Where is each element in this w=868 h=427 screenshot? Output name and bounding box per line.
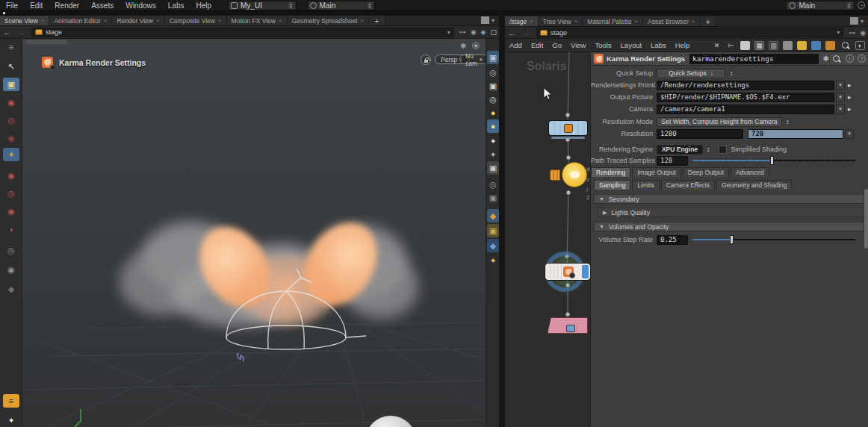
field-dropdown-icon[interactable]: ▾ [836,105,845,114]
help-icon[interactable]: ? [858,54,866,63]
menu-edit[interactable]: Edit [24,1,49,10]
field-dropdown-icon[interactable]: ▾ [845,129,854,139]
panel-scrollbar[interactable] [864,189,868,249]
view-mode-icon[interactable]: ▣ [487,51,499,64]
info-icon[interactable]: i [846,54,854,63]
camera-field[interactable]: /cameras/camera1 [657,105,834,114]
search-icon[interactable] [841,41,851,50]
menu-go[interactable]: Go [548,41,566,49]
node-chooser-icon[interactable]: ▸ [848,81,852,89]
left-path-field[interactable]: stage ▾ [31,28,454,37]
layout-selector[interactable]: Main ▴▾ [307,1,376,10]
menu-edit[interactable]: Edit [527,41,548,49]
menu-assets[interactable]: Assets [85,1,120,10]
object-tool-icon[interactable]: ◉ [3,131,19,145]
path-dropdown-icon[interactable]: ▾ [447,29,450,36]
pane-maximize-icon[interactable] [481,16,489,24]
lock-view-icon[interactable]: ▣ [487,79,499,93]
right-layout-spinner[interactable]: ▴▾ [846,1,852,9]
ghost-objects-icon[interactable]: ◎ [487,178,499,191]
tab-advanced[interactable]: Advanced [731,167,769,177]
normals-icon[interactable]: ◆ [487,239,499,252]
resolution-mode-dropdown[interactable]: Set Width, Compute Height from Camera [657,117,782,127]
slider-handle[interactable] [770,156,774,165]
node-render-flag[interactable] [582,265,589,278]
close-tab-icon[interactable]: × [279,17,282,24]
star-display-icon[interactable]: ✦ [487,254,499,267]
engine-spinner[interactable]: ▴▾ [706,146,711,153]
scene-lights-icon[interactable]: ● [487,119,499,133]
menu-file[interactable]: File [0,1,24,10]
tab-image-output[interactable]: Image Output [632,167,681,177]
hierarchy-icon[interactable]: ⊢ [726,41,736,50]
tab-scene-view[interactable]: Scene View× [0,16,49,25]
toolbar-grip-icon[interactable]: ≡ [3,40,19,54]
pin-icon[interactable]: ⊶ [457,28,468,36]
pane-divider[interactable] [499,11,505,427]
pane-maximize-icon[interactable] [850,17,858,25]
back-icon[interactable]: ← [505,28,519,37]
viewport-gear-icon[interactable]: ✱ [460,42,466,50]
grid-panel-icon[interactable]: ▥ [769,41,778,50]
quick-setup-spinner[interactable]: ▴▾ [729,69,734,77]
performance-monitor-icon[interactable]: ◔ [858,1,865,9]
close-tab-icon[interactable]: × [156,17,160,24]
magnet-tool-icon-2[interactable]: ◎ [3,187,19,200]
display-options-icon[interactable]: ◆ [487,209,499,222]
back-icon[interactable]: ← [0,28,14,37]
samples-slider[interactable] [692,156,855,165]
file-chooser-icon[interactable]: ▸ [848,93,852,101]
resolution-mode-spinner[interactable]: ▴▾ [785,118,790,125]
active-light-tool-icon[interactable]: ✦ [3,148,19,161]
tab-geometry-and-shading[interactable]: Geometry and Shading [716,180,792,190]
search-icon[interactable] [832,54,842,63]
menu-tools[interactable]: Tools [590,41,616,49]
node-domelight[interactable] [550,161,587,190]
pane-menu-caret-icon[interactable]: ▾ [492,17,495,24]
resolution-height-field[interactable]: 720 [748,129,843,139]
desktop-selector[interactable]: My_UI ▴▾ [228,1,297,10]
pane-square-icon[interactable]: ▢ [488,28,499,36]
dropdown-orange-icon[interactable] [825,41,835,50]
select-arrow-icon[interactable]: ↖ [3,60,19,73]
secure-selection-lock-icon[interactable]: ▣ [3,78,19,91]
tab-rendering[interactable]: Rendering [591,167,630,177]
snapshot-frame-icon[interactable]: ▣ [487,161,499,175]
camera-pill[interactable]: No cam▾ [459,54,486,64]
path-traced-samples-field[interactable]: 128 [657,156,688,166]
view-camera-icon[interactable]: ▣ [487,191,499,205]
viewport-stowbar[interactable] [25,40,67,44]
menu-labs[interactable]: Labs [646,41,671,49]
section-lights-quality[interactable]: ▶ Lights Quality [598,208,864,217]
field-dropdown-icon[interactable]: ▾ [836,93,845,102]
menu-add[interactable]: Add [505,41,527,49]
rendersettings-prim-field[interactable]: /Render/rendersettings [657,81,834,90]
rendering-engine-dropdown[interactable]: XPU Engine [657,145,703,155]
sticky-note-icon[interactable] [797,41,807,50]
pane-menu-caret-icon[interactable]: ▾ [861,18,864,25]
volume-step-rate-field[interactable]: 0.25 [657,235,688,245]
magnet-tool-icon-1[interactable]: ◉ [3,169,19,182]
right-layout-selector[interactable]: Main ▴▾ [786,1,855,10]
slider-handle[interactable] [730,235,734,244]
tab-motion-fx-view[interactable]: Motion FX View× [227,16,288,25]
menu-windows[interactable]: Windows [120,1,162,10]
node-sopimport[interactable] [548,120,588,136]
panel-white-icon[interactable] [740,41,750,50]
texture-icon[interactable]: ▣ [487,224,499,237]
view-tool-icon[interactable]: ◎ [3,243,19,257]
pose-tool-icon[interactable]: ◎ [3,113,19,127]
path-dropdown-icon[interactable]: ▾ [837,29,840,36]
magnet-tool-icon-3[interactable]: ◉ [3,205,19,218]
layout-spinner[interactable]: ▴▾ [368,1,373,9]
quick-setups-button[interactable]: Quick Setups↓ [657,69,725,78]
light-pin-alt-icon[interactable]: ✦ [487,148,499,161]
menu-help[interactable]: Help [190,1,217,10]
viewport-lock-icon[interactable] [421,54,431,65]
close-tab-icon[interactable]: × [692,18,695,25]
shelf-orange-icon[interactable]: ≡ [3,394,19,408]
spray-tool-icon[interactable]: ✦ [3,414,19,427]
section-secondary[interactable]: ▼ Secondary [594,194,864,204]
menu-labs[interactable]: Labs [162,1,190,10]
tab-sampling[interactable]: Sampling [594,180,630,190]
